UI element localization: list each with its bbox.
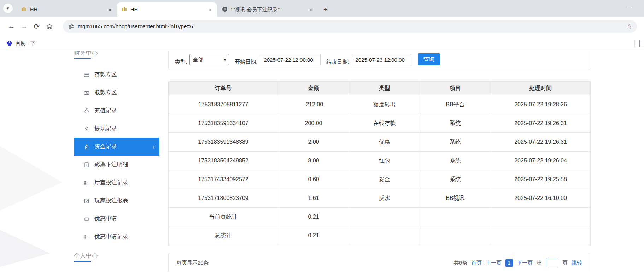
sidebar-item-label: 提现记录 (94, 125, 117, 132)
tab-close-icon[interactable]: × (207, 6, 213, 13)
type-select[interactable]: 全部 ▾ (189, 54, 229, 65)
table-row: 1753174334092572 0.60 彩金 系统 2025-07-22 1… (169, 170, 591, 189)
pagination-panel: 每页显示20条 共6条 首页 上一页 1 下一页 第 页 跳转 (168, 253, 590, 272)
new-tab-button[interactable]: + (320, 4, 331, 15)
table-row: 1753171800823709 1.61 反水 BB视讯 2025-07-22… (169, 189, 591, 208)
header-order-no: 订单号 (169, 82, 278, 95)
tab-title: HH (30, 7, 104, 12)
address-bar[interactable]: mgm1065.com/hhcp/usercenter.html?iniType… (63, 20, 637, 33)
total-count-text: 共6条 (454, 260, 467, 266)
sidebar-item-deposit-zone[interactable]: 存款专区 (74, 66, 159, 84)
cell-project: BB平台 (420, 95, 491, 114)
sidebar-item-promo-apply-records[interactable]: 优惠申请记录 (74, 228, 159, 246)
list-icon (84, 180, 89, 186)
moneybag-icon (84, 108, 89, 114)
site-favicon-gold-bars-icon (21, 6, 27, 13)
tab-title: :::视讯 会员下注纪录::: (231, 6, 304, 13)
cell-amount: 2.00 (278, 133, 349, 152)
banknote-icon (84, 90, 89, 96)
sidebar-item-promo-apply[interactable]: 优惠申请 (74, 210, 159, 228)
cell-order-no: 1753171800823709 (169, 189, 278, 208)
cell-summary-label: 当前页统计 (169, 208, 278, 226)
tab-title: HH (130, 7, 204, 12)
sidebar-item-label: 玩家投注报表 (94, 197, 128, 205)
sidebar-item-hall-bet-records[interactable]: 厅室投注记录 (74, 174, 159, 192)
select-caret-icon: ▾ (224, 58, 226, 62)
reload-icon[interactable]: ⟳ (30, 20, 43, 33)
cell-amount: 0.21 (278, 226, 349, 245)
sidebar-item-withdrawal-records[interactable]: 提现记录 (74, 120, 159, 138)
baidu-paw-favicon-icon (6, 40, 13, 47)
other-bookmarks-icon[interactable] (639, 40, 644, 47)
cell-empty (349, 226, 420, 245)
cell-project: BB视讯 (420, 189, 491, 208)
query-button[interactable]: 查询 (418, 53, 440, 65)
document-icon (84, 162, 89, 168)
cell-empty (491, 208, 591, 226)
end-date-input[interactable] (352, 54, 412, 65)
end-date-label: 结束日期: (326, 59, 349, 65)
bookmarks-bar-right (634, 36, 644, 51)
url-text[interactable]: mgm1065.com/hhcp/usercenter.html?iniType… (78, 23, 623, 30)
bookmark-star-icon[interactable]: ☆ (626, 23, 632, 30)
cell-project: 系统 (420, 133, 491, 152)
cell-amount: -212.00 (278, 95, 349, 114)
tab-search-button[interactable]: ▾ (3, 4, 13, 13)
cell-time: 2025-07-22 19:25:58 (491, 170, 591, 189)
back-icon[interactable]: ← (5, 20, 18, 33)
current-page-indicator: 1 (505, 259, 513, 267)
header-amount: 金额 (278, 82, 349, 95)
site-favicon-gold-bars-icon (122, 6, 127, 13)
page-size-text: 每页显示20条 (176, 260, 209, 266)
cell-type: 反水 (349, 189, 420, 208)
jump-button[interactable]: 跳转 (572, 260, 582, 266)
forward-icon[interactable]: → (18, 20, 30, 33)
cell-project: 系统 (420, 114, 491, 133)
tab-video-records[interactable]: :::视讯 会员下注纪录::: × (217, 2, 317, 17)
table-row-total-summary: 总统计 0.21 (169, 226, 591, 245)
sidebar-section-finance-center: 财务中心 (74, 51, 159, 57)
cell-time: 2025-07-22 19:26:31 (491, 133, 591, 152)
cell-type: 彩金 (349, 170, 420, 189)
section-underline (74, 58, 91, 59)
bookmark-baidu[interactable]: 百度一下 (4, 39, 37, 48)
pagination-controls: 共6条 首页 上一页 1 下一页 第 页 跳转 (454, 259, 582, 267)
sidebar-item-recharge-records[interactable]: 充值记录 (74, 102, 159, 120)
sidebar-section-personal-center: 个人中心 (74, 252, 159, 260)
sidebar-item-withdraw-zone[interactable]: 取款专区 (74, 84, 159, 102)
tab-favicon-circle-icon (222, 6, 228, 13)
first-page-link[interactable]: 首页 (471, 260, 482, 266)
start-date-input[interactable] (260, 54, 321, 65)
cell-amount: 200.00 (278, 114, 349, 133)
sidebar-item-funds-records[interactable]: 资金记录 › (74, 138, 159, 156)
site-info-tune-icon[interactable] (68, 23, 74, 30)
cell-summary-label: 总统计 (169, 226, 278, 245)
home-icon[interactable] (43, 20, 56, 33)
cell-time: 2025-07-22 19:28:26 (491, 95, 591, 114)
cell-amount: 0.21 (278, 208, 349, 226)
table-row: 1753183591348389 2.00 优惠 系统 2025-07-22 1… (169, 133, 591, 152)
cell-project: 系统 (420, 152, 491, 170)
sidebar-item-label: 充值记录 (94, 107, 117, 114)
sidebar-item-label: 优惠申请记录 (94, 233, 128, 241)
page-jump-input[interactable] (546, 259, 558, 267)
window-minimize-button[interactable]: — (623, 3, 635, 12)
prev-page-link[interactable]: 上一页 (486, 260, 502, 266)
bookmarks-divider (634, 40, 635, 47)
header-process-time: 处理时间 (491, 82, 591, 95)
cell-time: 2025-07-22 19:26:04 (491, 152, 591, 170)
sidebar-item-lottery-bet-detail[interactable]: 彩票下注明细 (74, 156, 159, 174)
cell-time: 2025-07-22 16:10:00 (491, 189, 591, 208)
funds-records-table: 订单号 金额 类型 项目 处理时间 1753183705811277 -212.… (168, 81, 591, 245)
cell-amount: 1.61 (278, 189, 349, 208)
tab-close-icon[interactable]: × (107, 6, 113, 13)
tab-close-icon[interactable]: × (308, 6, 314, 13)
cell-type: 额度转出 (349, 95, 420, 114)
cell-empty (420, 226, 491, 245)
next-page-link[interactable]: 下一页 (517, 260, 533, 266)
cell-type: 在线存款 (349, 114, 420, 133)
cell-order-no: 1753183591334107 (169, 114, 278, 133)
sidebar-item-player-bet-report[interactable]: 玩家投注报表 (74, 192, 159, 210)
tab-hh-2-active[interactable]: HH × (117, 2, 217, 17)
tab-hh-1[interactable]: HH × (16, 2, 117, 17)
